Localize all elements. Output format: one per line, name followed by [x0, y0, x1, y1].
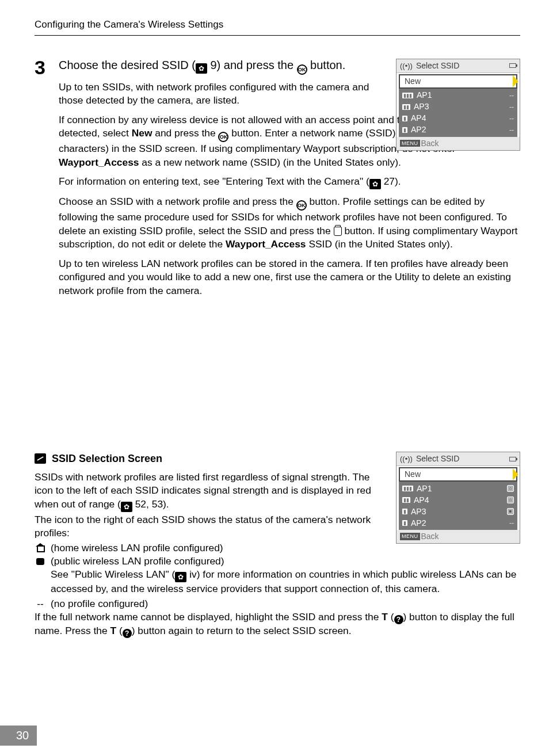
profile-legend-none: -- (no profile configured): [35, 597, 520, 610]
home-profile-icon: ⌂: [507, 485, 514, 492]
lcd-footer-text: Back: [421, 138, 439, 149]
signal-icon: ▮: [402, 116, 407, 121]
ok-button-icon: OK: [296, 200, 307, 211]
public-icon: [36, 558, 44, 565]
lcd-row: ▮AP4--: [399, 113, 517, 124]
running-header: Configuring the Camera's Wireless Settin…: [35, 18, 520, 36]
home-icon: [36, 544, 45, 552]
camera-ref-icon: ✿: [121, 502, 132, 512]
lcd-title-text: Select SSID: [416, 453, 459, 464]
step-para-5: Up to ten wireless LAN network profiles …: [59, 257, 520, 297]
help-icon: ?: [123, 629, 132, 638]
note-para-2: The icon to the right of each SSID shows…: [35, 513, 384, 540]
lcd-new-option: New: [399, 74, 517, 89]
lcd-row: ▮▮AP4⌂: [399, 494, 517, 506]
public-profile-icon: ■: [507, 508, 514, 515]
note-para-1: SSIDs with network profiles are listed f…: [35, 471, 384, 512]
ok-button-icon: OK: [218, 132, 228, 142]
ok-button-icon: OK: [297, 64, 307, 75]
wifi-icon: ((•)): [400, 454, 413, 464]
lcd-row: ▮▮▮AP1⌂: [399, 483, 517, 494]
home-profile-icon: ⌂: [507, 497, 514, 503]
camera-ref-icon: ✿: [196, 63, 207, 74]
signal-icon: ▮: [402, 520, 407, 526]
lcd-footer-text: Back: [421, 531, 439, 542]
step-title: Choose the desired SSID (✿ 9) and press …: [59, 58, 384, 75]
camera-ref-icon: ✿: [175, 572, 186, 582]
signal-icon: ▮▮: [402, 104, 410, 110]
help-icon: ?: [394, 615, 403, 624]
signal-icon: ▮: [402, 509, 407, 514]
profile-legend-home: (home wireless LAN profile configured): [35, 541, 384, 555]
lcd-title-text: Select SSID: [416, 60, 459, 71]
lcd-row: ▮AP2--: [399, 517, 517, 529]
lcd-row: ▮AP3■: [399, 506, 517, 517]
lcd-row: ▮▮▮AP1--: [399, 90, 517, 101]
note-title-text: SSID Selection Screen: [52, 452, 162, 465]
signal-icon: ▮▮: [402, 497, 410, 503]
profile-legend-public: (public wireless LAN profile configured): [35, 555, 520, 568]
lcd-new-option: New: [399, 467, 517, 482]
menu-badge: MENU: [400, 533, 420, 540]
trash-icon: [334, 227, 342, 236]
battery-icon: [509, 457, 516, 461]
signal-icon: ▮: [402, 127, 407, 133]
note-para-3: If the full network name cannot be displ…: [35, 610, 520, 638]
wifi-icon: ((•)): [400, 61, 413, 71]
note-icon: [35, 453, 46, 464]
note-public-sub: See "Public Wireless LAN" (✿ iv) for mor…: [51, 568, 520, 595]
step-para-3: For information on entering text, see "E…: [59, 175, 520, 189]
lcd-row: ▮AP2--: [399, 124, 517, 136]
signal-icon: ▮▮▮: [402, 486, 413, 491]
battery-icon: [509, 63, 516, 68]
lcd-row: ▮▮AP3--: [399, 101, 517, 113]
step-number: 3: [35, 58, 45, 77]
page-number: 30: [0, 726, 37, 746]
lcd-select-ssid-2: ((•)) Select SSID New ▮▮▮AP1⌂ ▮▮AP4⌂ ▮AP…: [396, 452, 520, 544]
signal-icon: ▮▮▮: [402, 93, 413, 98]
menu-badge: MENU: [400, 140, 420, 147]
step-para-1: Up to ten SSIDs, with network profiles c…: [59, 81, 384, 108]
step-para-4: Choose an SSID with a network profile an…: [59, 195, 520, 251]
note-ssid-selection: ((•)) Select SSID New ▮▮▮AP1⌂ ▮▮AP4⌂ ▮AP…: [35, 452, 520, 638]
lcd-select-ssid-1: ((•)) Select SSID New ▮▮▮AP1-- ▮▮AP3-- ▮…: [396, 59, 520, 151]
camera-ref-icon: ✿: [369, 179, 381, 189]
